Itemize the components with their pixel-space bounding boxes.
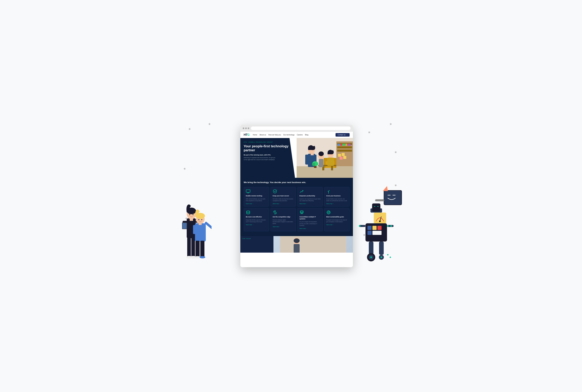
card-link-5[interactable]: Here's how →	[246, 224, 267, 226]
card-link-4[interactable]: Here's how →	[326, 203, 348, 204]
nav-how[interactable]: How we help you	[268, 134, 281, 136]
nav-home[interactable]: Home	[253, 134, 257, 136]
svg-point-56	[387, 254, 388, 256]
logo-accent: G	[247, 133, 250, 136]
svg-rect-31	[375, 199, 384, 201]
card-link-3[interactable]: Here's how →	[300, 203, 321, 204]
nav-tech[interactable]: Our technology	[283, 134, 294, 136]
globe-leaf-icon	[326, 210, 331, 215]
svg-rect-76	[331, 166, 333, 170]
scene: ✳ ✳ ✳ ✳ ✳ ✳ ✳ ✳ ✳	[175, 117, 407, 275]
svg-rect-46	[369, 242, 374, 255]
svg-rect-81	[311, 154, 314, 155]
svg-rect-7	[187, 238, 191, 257]
coins-stack-icon	[246, 210, 250, 215]
card-desc-3: Improve user experience so your team can…	[300, 198, 321, 202]
svg-point-13	[192, 214, 194, 215]
svg-point-101	[274, 212, 276, 213]
contact-button[interactable]: Contact us →	[336, 133, 350, 136]
card-desc-1: With virtual desktops, you can work from…	[246, 198, 267, 202]
card-consolidate-it[interactable]: Consolidate multiple IT systems On your …	[297, 208, 323, 232]
nav-about[interactable]: About us	[260, 134, 266, 136]
card-secure[interactable]: Keep your team secure Get built-in data …	[270, 187, 296, 206]
svg-rect-15	[196, 241, 200, 257]
card-desc-7: On your merger and acquisition journey, …	[300, 221, 321, 226]
svg-rect-27	[384, 191, 402, 204]
sparkle-1: ✳	[188, 127, 191, 131]
card-competitive-edge[interactable]: Get the competitive edge Receive strateg…	[270, 208, 296, 232]
svg-rect-73	[334, 158, 336, 168]
nav-careers[interactable]: Careers	[297, 134, 303, 136]
sparkle-4: ✳	[390, 122, 392, 126]
vision-image	[274, 236, 353, 252]
right-character	[357, 185, 404, 268]
maximize-dot[interactable]	[248, 128, 249, 129]
card-desc-8: Put green technologies at the heart of y…	[326, 219, 348, 223]
card-link-8[interactable]: Here's how →	[326, 224, 348, 226]
site-logo[interactable]: HTG	[244, 133, 250, 136]
svg-point-55	[390, 225, 392, 227]
sparkle-9: ✳	[394, 150, 397, 154]
hero-image	[297, 138, 353, 178]
svg-point-85	[318, 152, 324, 156]
svg-rect-79	[305, 154, 308, 164]
svg-rect-37	[372, 231, 382, 235]
shield-icon	[273, 189, 277, 194]
growth-plant-icon	[326, 189, 331, 194]
svg-point-90	[315, 163, 318, 166]
card-productivity[interactable]: Empower productivity Improve user experi…	[297, 187, 323, 206]
svg-rect-33	[368, 226, 372, 230]
card-sustainability[interactable]: Meet sustainability goals Put green tech…	[324, 208, 350, 232]
close-dot[interactable]	[243, 128, 244, 129]
svg-marker-30	[383, 186, 388, 191]
svg-point-23	[201, 219, 202, 220]
url-bar[interactable]	[251, 126, 350, 130]
svg-rect-69	[347, 144, 350, 146]
sparkle-2: ✳	[208, 122, 211, 126]
card-link-2[interactable]: Here's how →	[273, 203, 294, 204]
card-title-7: Consolidate multiple IT systems	[300, 216, 321, 220]
bottom-section: OUR VISION	[240, 236, 353, 252]
svg-rect-106	[280, 236, 346, 252]
card-title-6: Get the competitive edge	[273, 216, 294, 218]
svg-point-54	[387, 225, 389, 227]
minimize-dot[interactable]	[245, 128, 247, 129]
chart-up-icon	[300, 189, 304, 194]
main-content: We bring the technology. You decide your…	[240, 178, 353, 236]
card-title-3: Empower productivity	[300, 195, 321, 197]
card-cost-effective[interactable]: Be more cost-effective Enjoy fully flexi…	[244, 208, 269, 232]
svg-point-52	[380, 256, 382, 258]
svg-rect-108	[294, 244, 300, 252]
card-title-8: Meet sustainability goals	[326, 216, 348, 218]
card-remote-working[interactable]: Enable remote working With virtual deskt…	[244, 187, 269, 206]
svg-point-98	[328, 193, 329, 194]
vision-label-box: OUR VISION	[240, 236, 274, 252]
svg-rect-93	[340, 156, 343, 160]
browser-chrome	[240, 125, 353, 132]
card-link-6[interactable]: Here's how →	[273, 226, 294, 228]
nav-blog[interactable]: Blog	[305, 134, 308, 136]
svg-rect-94	[343, 156, 346, 159]
svg-rect-64	[337, 150, 352, 152]
svg-rect-67	[342, 144, 345, 146]
svg-rect-47	[379, 242, 384, 255]
cards-row-1: Enable remote working With virtual deskt…	[244, 187, 350, 206]
svg-rect-66	[340, 144, 342, 146]
svg-rect-65	[338, 144, 340, 146]
svg-rect-63	[337, 146, 352, 148]
svg-point-39	[379, 220, 381, 222]
svg-rect-5	[182, 223, 187, 229]
card-link-7[interactable]: Here's how →	[300, 228, 321, 229]
card-grow-business[interactable]: Grow your business As you build on your …	[324, 187, 350, 206]
hero-title: Your people-first technology partner	[244, 144, 292, 152]
hero-section: HTG · HOWELL TECHNOLOGY GROUP Your peopl…	[240, 138, 353, 178]
card-link-1[interactable]: Here's how →	[246, 203, 267, 204]
cards-row-2: Be more cost-effective Enjoy fully flexi…	[244, 208, 350, 232]
card-desc-5: Enjoy fully flexible, pay-for-what-you-u…	[246, 219, 267, 223]
hero-description: Delivering IT expertise and cloud servic…	[244, 157, 277, 161]
browser-controls	[243, 128, 249, 129]
svg-point-102	[300, 210, 303, 212]
section-title: We bring the technology. You decide your…	[244, 181, 350, 184]
svg-point-12	[189, 214, 190, 215]
svg-rect-35	[378, 226, 382, 230]
